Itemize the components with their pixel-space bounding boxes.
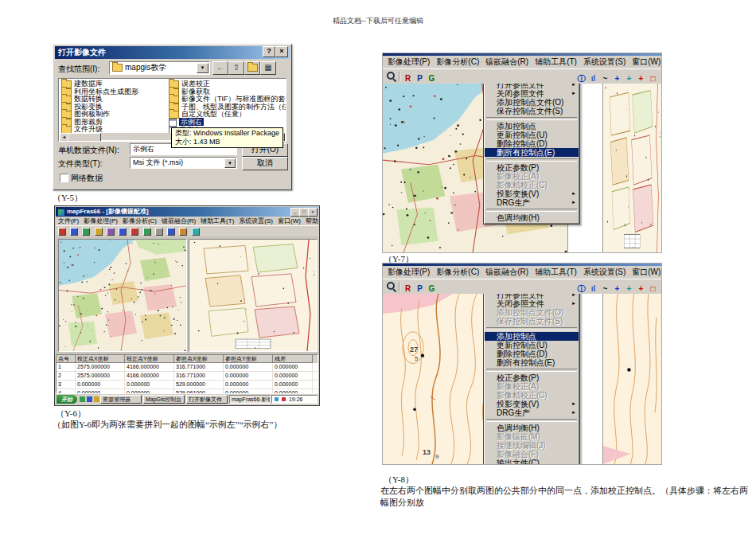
zoom-icon[interactable] xyxy=(387,282,396,291)
menu-item[interactable]: 保存控制点文件(S) xyxy=(485,317,579,326)
new-folder-icon[interactable] xyxy=(244,61,260,75)
menubar-item[interactable]: 影像分析(C) xyxy=(123,217,157,225)
scroll-thumb[interactable] xyxy=(68,133,101,142)
tray-icon[interactable] xyxy=(282,397,286,401)
menu-item[interactable] xyxy=(486,158,577,162)
menubar-item[interactable]: 镶嵌融合(R) xyxy=(482,56,532,68)
menu-item[interactable]: 添加控制点 xyxy=(485,332,579,341)
toolbar-icon[interactable] xyxy=(107,228,115,236)
menu-item[interactable]: 添加控制点 xyxy=(485,122,579,131)
close-icon[interactable]: × xyxy=(275,46,288,57)
red-rect-icon[interactable]: □ xyxy=(648,283,658,295)
menu-item[interactable]: 关闭参照文件 xyxy=(485,299,579,308)
menu-item[interactable] xyxy=(486,327,577,330)
toolbar-icon[interactable] xyxy=(155,228,163,236)
tray-icon[interactable] xyxy=(275,397,279,401)
menu-item[interactable]: DRG生产 xyxy=(485,408,579,417)
quicklaunch-icon[interactable] xyxy=(87,396,92,402)
wave-icon[interactable]: ~ xyxy=(600,283,610,295)
add-point-red-icon[interactable]: + xyxy=(636,73,646,84)
cancel-button[interactable]: 取消 xyxy=(242,157,288,170)
menu-item[interactable]: DRG生产 xyxy=(485,198,579,207)
histogram-icon[interactable]: ıl xyxy=(588,73,598,84)
menu-item[interactable] xyxy=(486,117,577,120)
menubar-item[interactable]: 影像处理(P) xyxy=(384,56,433,68)
add-point-blue-icon[interactable]: + xyxy=(612,283,622,295)
look-in-combobox[interactable]: mapgis教学 ▼ xyxy=(109,61,210,75)
grid-icon[interactable]: G xyxy=(427,73,437,84)
taskbar-task[interactable]: 打开影像文件 xyxy=(186,395,228,404)
menu-item[interactable]: 色调均衡(H) xyxy=(485,213,579,222)
add-point-blue-icon[interactable]: + xyxy=(612,73,622,84)
zoom-icon[interactable] xyxy=(387,72,396,80)
up-folder-icon[interactable]: ⇧ xyxy=(228,61,244,75)
menubar-item[interactable]: 窗口(W) xyxy=(278,217,301,225)
menubar-item[interactable]: 文件(F) xyxy=(58,217,79,225)
menubar-item[interactable]: 影像分析(C) xyxy=(433,266,482,279)
menubar-item[interactable]: 镶嵌融合(R) xyxy=(162,217,196,225)
table-row[interactable]: 12575.0000004166.000000316.7710000.00000… xyxy=(57,363,318,372)
menu-item[interactable]: 添加控制点文件(O) xyxy=(485,98,579,107)
chevron-down-icon[interactable]: ▼ xyxy=(197,63,208,73)
menu-item[interactable] xyxy=(486,209,577,212)
menu-item[interactable]: 校正参数(P) xyxy=(485,163,579,172)
wave-icon[interactable]: ~ xyxy=(600,73,610,84)
taskbar-task[interactable]: 资源管理器 xyxy=(100,395,142,404)
menubar-item[interactable]: 影像处理(P) xyxy=(84,217,118,225)
red-rect-icon[interactable]: □ xyxy=(648,73,658,84)
menu-item[interactable]: 更新控制点(U) xyxy=(485,131,579,139)
window-titlebar[interactable]: mapFras66 - [影像镶嵌配准] xyxy=(56,207,318,217)
menu-item[interactable]: 保存控制点文件(S) xyxy=(485,107,579,115)
menubar-item[interactable]: 辅助工具(T) xyxy=(201,217,234,225)
menu-item[interactable] xyxy=(486,369,577,372)
menubar-item[interactable]: 系统设置(S) xyxy=(580,266,629,279)
refresh-icon[interactable]: R xyxy=(403,283,413,295)
quicklaunch-icon[interactable] xyxy=(80,396,85,402)
menu-item[interactable]: 删所有控制点(E) xyxy=(485,358,579,367)
pan-icon[interactable]: P xyxy=(415,73,425,84)
toolbar-icon[interactable] xyxy=(119,228,127,236)
chevron-down-icon[interactable]: ▼ xyxy=(224,158,236,168)
right-map-view[interactable] xyxy=(602,294,661,464)
menu-item[interactable]: 打开参照文件 xyxy=(485,84,579,89)
pan-icon[interactable]: P xyxy=(415,283,425,295)
menu-item[interactable]: 投影变换(V) xyxy=(485,400,579,408)
toolbar-icon[interactable] xyxy=(70,228,78,236)
menubar-item[interactable]: 影像分析(C) xyxy=(433,56,482,68)
toolbar-icon[interactable] xyxy=(167,228,175,236)
toolbar-icon[interactable] xyxy=(192,228,200,236)
menu-item[interactable]: 删除控制点(D) xyxy=(485,350,579,358)
menubar-item[interactable]: 镶嵌融合(R) xyxy=(482,266,532,279)
file-item-selected[interactable]: 示例右 xyxy=(169,119,286,127)
menu-item[interactable]: 影像校正(A) xyxy=(485,172,579,181)
menu-item[interactable]: 投影变换(V) xyxy=(485,189,579,198)
menubar-item[interactable]: 辅助工具(T) xyxy=(532,56,580,68)
menubar-item[interactable]: 系统设置(S) xyxy=(580,56,629,68)
histogram-icon[interactable]: ıl xyxy=(588,283,598,295)
back-icon[interactable]: ← xyxy=(212,61,228,75)
menubar-item[interactable]: 窗口(W) xyxy=(629,56,661,68)
right-map-view[interactable] xyxy=(602,84,661,252)
menubar-item[interactable]: 帮助(H) xyxy=(306,217,318,225)
start-button[interactable]: 开始 xyxy=(57,395,77,404)
add-point-teal-icon[interactable]: + xyxy=(624,73,634,84)
info-icon[interactable]: ⓘ xyxy=(576,73,586,84)
menu-item[interactable]: 色调均衡(H) xyxy=(485,424,579,432)
quicklaunch-icon[interactable] xyxy=(94,396,99,402)
dialog-titlebar[interactable]: 打开影像文件 xyxy=(55,46,290,59)
help-button[interactable]: ? xyxy=(263,46,275,57)
view-menu-icon[interactable]: ▦ xyxy=(260,61,276,75)
toolbar-icon[interactable] xyxy=(179,228,187,236)
menu-item[interactable]: 删所有控制点(E) xyxy=(485,148,579,157)
menu-item[interactable]: 关闭参照文件 xyxy=(485,89,579,98)
menubar-item[interactable]: 窗口(W) xyxy=(629,266,661,279)
menu-item[interactable]: 校正参数(P) xyxy=(485,373,579,382)
network-checkbox[interactable] xyxy=(60,174,68,182)
close-icon[interactable]: × xyxy=(308,208,318,217)
toolbar-icon[interactable] xyxy=(143,228,151,236)
menu-item[interactable]: 添加控制点文件(O) xyxy=(485,308,579,317)
table-row[interactable]: 30.0000000.000000529.0000000.0000000.000… xyxy=(57,381,318,389)
refresh-icon[interactable]: R xyxy=(403,73,413,84)
filetype-combobox[interactable]: Msi 文件 (*.msi)▼ xyxy=(130,157,237,169)
menu-item[interactable]: 影像镶嵌(M) xyxy=(485,432,579,441)
